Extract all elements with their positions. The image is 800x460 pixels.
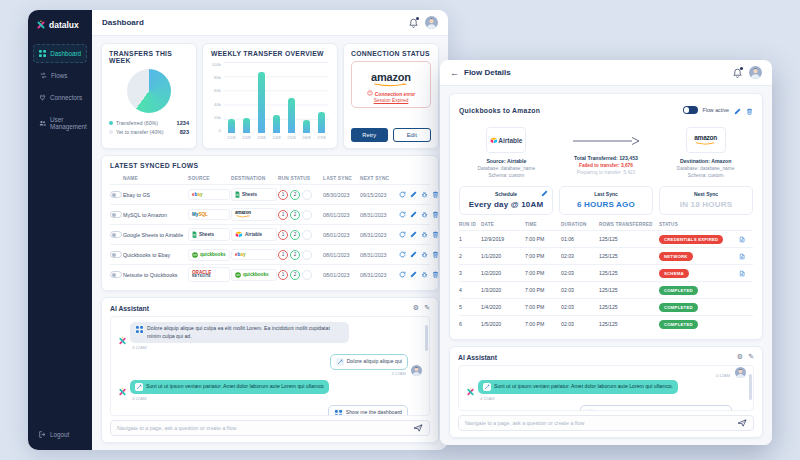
chat-bubble: Show me the dashboard [328, 405, 408, 416]
sidebar-item-label: Dashboard [50, 50, 81, 57]
dashboard-main: Dashboard TRANSFERS THIS WEEK Transferre… [92, 10, 448, 450]
edit-icon[interactable] [410, 271, 417, 278]
chat-scrollbar[interactable] [749, 374, 752, 400]
run-status-badge[interactable] [302, 270, 312, 280]
ai-input[interactable] [117, 425, 409, 431]
send-icon[interactable] [737, 419, 747, 427]
run-status-badge[interactable]: 1 [278, 270, 288, 280]
settings-gear-icon[interactable]: ⚙ [413, 304, 419, 312]
flow-enabled-toggle[interactable] [110, 251, 122, 258]
delete-icon[interactable] [432, 251, 439, 258]
flow-enabled-toggle[interactable] [110, 271, 122, 278]
refresh-icon[interactable] [399, 191, 406, 198]
logout-icon [38, 431, 46, 438]
debug-icon[interactable] [421, 211, 428, 218]
refresh-icon[interactable] [399, 211, 406, 218]
edit-icon[interactable] [410, 231, 417, 238]
chat-message: Dolore aliquip alique qui culpa ea elit … [118, 322, 422, 350]
run-id: 6 [459, 321, 479, 327]
view-log-icon[interactable] [739, 236, 753, 243]
datalux-bot-avatar [118, 387, 127, 396]
retry-button[interactable]: Retry [351, 128, 388, 142]
flow-row: Quickbooks to Ebayquickbooksebay1208/01/… [110, 244, 430, 264]
status-badge: NETWORK [659, 252, 693, 261]
run-time: 7:00 PM [525, 321, 559, 327]
user-avatar [411, 365, 422, 376]
run-status-badge[interactable] [302, 190, 312, 200]
run-status-badge[interactable]: 2 [290, 270, 300, 280]
run-status-badge[interactable]: 1 [278, 210, 288, 220]
edit-icon[interactable] [410, 251, 417, 258]
delete-flow-icon[interactable] [746, 101, 753, 119]
view-log-icon[interactable] [739, 270, 753, 277]
notifications-bell-icon[interactable] [409, 18, 418, 28]
debug-icon[interactable] [421, 251, 428, 258]
legend-dot [109, 130, 113, 134]
ai-input[interactable] [465, 420, 733, 426]
legend-dot [109, 121, 113, 125]
run-status-badge[interactable]: 1 [278, 250, 288, 260]
run-status-badge[interactable]: 2 [290, 230, 300, 240]
run-status: 12 [278, 190, 322, 200]
run-status-badge[interactable]: 2 [290, 250, 300, 260]
flow-enabled-toggle[interactable] [110, 211, 122, 218]
flow-enabled-toggle[interactable] [110, 231, 122, 238]
transfers-this-week-card: TRANSFERS THIS WEEK Transferred (60%)123… [101, 43, 197, 149]
user-avatar[interactable] [749, 66, 762, 79]
warning-icon [367, 90, 373, 97]
settings-gear-icon[interactable]: ⚙ [737, 353, 743, 361]
next-sync-date: 08/31/2023 [360, 272, 398, 278]
delete-icon[interactable] [432, 191, 439, 198]
run-status-badge[interactable]: 2 [290, 210, 300, 220]
sidebar-item-user-management[interactable]: User Management [33, 110, 87, 136]
refresh-icon[interactable] [399, 231, 406, 238]
back-arrow-icon[interactable]: ← [450, 68, 459, 78]
debug-icon[interactable] [421, 231, 428, 238]
sidebar-item-flows[interactable]: Flows [33, 66, 87, 85]
dashboard-content: TRANSFERS THIS WEEK Transferred (60%)123… [92, 36, 448, 450]
edit-icon[interactable] [410, 211, 417, 218]
wand-icon [483, 383, 491, 391]
row-actions [399, 231, 439, 238]
run-rows: 125/125 [599, 253, 657, 259]
compose-icon[interactable]: ✎ [748, 353, 754, 361]
delete-icon[interactable] [432, 211, 439, 218]
row-actions [399, 271, 439, 278]
logout-button[interactable]: Logout [33, 427, 87, 442]
status-badge: COMPLETED [659, 286, 698, 295]
edit-button[interactable]: Edit [393, 128, 432, 142]
debug-icon[interactable] [421, 191, 428, 198]
run-time: 7:00 PM [525, 287, 559, 293]
sidebar-item-dashboard[interactable]: Dashboard [33, 44, 87, 63]
flow-enabled-toggle[interactable] [110, 191, 122, 198]
compose-icon[interactable]: ✎ [424, 304, 430, 312]
notifications-bell-icon[interactable] [733, 68, 742, 78]
delete-icon[interactable] [432, 231, 439, 238]
legend-value: 823 [180, 129, 189, 135]
chat-area: 4:12AMSunt ut ut ipsum veniam pariatur. … [458, 365, 754, 411]
run-status-badge[interactable] [302, 230, 312, 240]
delete-icon[interactable] [432, 271, 439, 278]
send-icon[interactable] [413, 424, 423, 432]
run-row: 112/9/20197:00 PM01:06125/125CREDENTIALS… [459, 230, 753, 247]
edit-schedule-icon[interactable] [541, 190, 548, 197]
edit-icon[interactable] [410, 191, 417, 198]
chat-bubble: Dolore aliquip alique qui [330, 354, 408, 370]
debug-icon[interactable] [421, 271, 428, 278]
refresh-icon[interactable] [399, 271, 406, 278]
run-status-badge[interactable] [302, 210, 312, 220]
refresh-icon[interactable] [399, 251, 406, 258]
run-status-badge[interactable]: 1 [278, 190, 288, 200]
view-log-icon[interactable] [739, 253, 753, 260]
sidebar-item-connectors[interactable]: Connectors [33, 88, 87, 107]
run-status-badge[interactable]: 1 [278, 230, 288, 240]
edit-flow-icon[interactable] [734, 101, 741, 119]
run-status: 12 [278, 210, 322, 220]
run-status-badge[interactable]: 2 [290, 190, 300, 200]
datalux-bot-avatar [466, 387, 475, 396]
flow-active-toggle[interactable] [683, 106, 698, 114]
session-expired-link[interactable]: Session Expired [356, 98, 426, 103]
user-avatar[interactable] [425, 16, 438, 29]
run-status-badge[interactable] [302, 250, 312, 260]
chat-scrollbar[interactable] [425, 325, 428, 351]
